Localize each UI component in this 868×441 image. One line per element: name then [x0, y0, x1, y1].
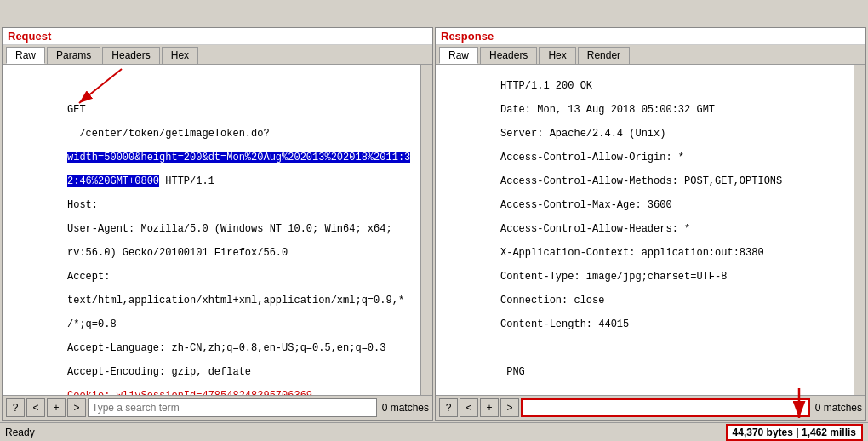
request-search-right[interactable]: > — [67, 398, 86, 417]
bytes-section: 44,370 bytes | 1,462 millis — [726, 424, 863, 441]
status-ready: Ready — [5, 427, 35, 438]
request-tab-bar: Raw Params Headers Hex — [3, 45, 432, 65]
status-bar: Ready 44,370 bytes | 1,462 millis — [0, 422, 868, 441]
response-scrollbar[interactable] — [854, 65, 865, 395]
resp-line-cl: Content-Length: 44015 — [500, 318, 629, 330]
request-content-wrapper: GET /center/token/getImageToken.do? widt… — [3, 65, 432, 395]
request-scrollbar[interactable] — [420, 65, 432, 395]
response-content-wrapper: HTTP/1.1 200 OK Date: Mon, 13 Aug 2018 0… — [436, 65, 865, 395]
request-search-input[interactable] — [88, 398, 377, 417]
resp-line-xac: X-Application-Context: application:out:8… — [500, 247, 764, 259]
response-tab-bar: Raw Headers Hex Render — [436, 45, 865, 65]
resp-line-acah: Access-Control-Allow-Headers: * — [500, 223, 690, 235]
resp-line-date: Date: Mon, 13 Aug 2018 05:00:32 GMT — [500, 104, 715, 116]
request-tab-params[interactable]: Params — [47, 47, 100, 64]
response-search-bar: ? < + > 0 matches — [436, 395, 865, 420]
request-tab-raw[interactable]: Raw — [6, 47, 45, 64]
response-title: Response — [436, 28, 865, 45]
resp-line-acmax: Access-Control-Max-Age: 3600 — [500, 199, 672, 211]
top-bar — [0, 0, 868, 26]
request-content-area[interactable]: GET /center/token/getImageToken.do? widt… — [3, 65, 420, 395]
req-line-get: GET — [67, 104, 86, 116]
req-line-http: HTTP/1.1 — [159, 175, 214, 187]
response-content-area[interactable]: HTTP/1.1 200 OK Date: Mon, 13 Aug 2018 0… — [436, 65, 854, 395]
request-search-question[interactable]: ? — [6, 398, 25, 417]
req-line-url: /center/token/getImageToken.do? — [67, 128, 270, 140]
req-line-accept-val2: /*;q=0.8 — [67, 318, 117, 330]
request-panel: Request Raw Params Headers Hex — [2, 27, 433, 421]
req-line-accept-lang: Accept-Language: zh-CN,zh;q=0.8,en-US;q=… — [67, 342, 385, 354]
main-container: Request Raw Params Headers Hex — [0, 0, 868, 441]
resp-line-png: PNG — [500, 366, 525, 378]
response-search-right[interactable]: > — [500, 398, 519, 417]
req-line-params2: 2:46%20GMT+0800 — [67, 175, 159, 187]
req-line-host: Host: — [67, 199, 98, 211]
req-line-cookie: Cookie: wljySessionId=478548248395706369 — [67, 390, 312, 395]
response-tab-headers[interactable]: Headers — [480, 47, 537, 64]
response-tab-render[interactable]: Render — [578, 47, 630, 64]
request-title: Request — [3, 28, 432, 45]
response-tab-raw[interactable]: Raw — [439, 47, 478, 64]
response-tab-hex[interactable]: Hex — [539, 47, 575, 64]
req-line-accept-enc: Accept-Encoding: gzip, deflate — [67, 366, 251, 378]
panels-wrapper: Request Raw Params Headers Hex — [0, 26, 868, 422]
resp-line-server: Server: Apache/2.4.4 (Unix) — [500, 128, 665, 140]
svg-line-1 — [79, 69, 122, 103]
bytes-badge: 44,370 bytes | 1,462 millis — [726, 424, 863, 441]
request-search-left[interactable]: < — [26, 398, 45, 417]
resp-line-status: HTTP/1.1 200 OK — [500, 80, 592, 92]
request-tab-headers[interactable]: Headers — [102, 47, 159, 64]
response-search-question[interactable]: ? — [439, 398, 458, 417]
resp-line-acao: Access-Control-Allow-Origin: * — [500, 152, 684, 163]
response-search-left[interactable]: < — [460, 398, 478, 417]
response-search-input[interactable] — [521, 398, 810, 417]
req-line-ua2: rv:56.0) Gecko/20100101 Firefox/56.0 — [67, 247, 288, 259]
req-line-params1: width=50000&height=200&dt=Mon%20Aug%2020… — [67, 152, 410, 163]
request-search-plus[interactable]: + — [47, 398, 66, 417]
response-search-plus[interactable]: + — [480, 398, 499, 417]
req-line-accept-val1: text/html,application/xhtml+xml,applicat… — [67, 295, 404, 306]
request-search-matches: 0 matches — [382, 402, 429, 414]
resp-line-ct: Content-Type: image/jpg;charset=UTF-8 — [500, 271, 727, 283]
request-tab-hex[interactable]: Hex — [162, 47, 198, 64]
request-search-bar: ? < + > 0 matches — [3, 395, 432, 420]
response-search-matches: 0 matches — [815, 402, 862, 414]
response-panel: Response Raw Headers Hex Render HTTP/1.1… — [435, 27, 866, 421]
req-line-accept-label: Accept: — [67, 271, 110, 283]
req-line-ua1: User-Agent: Mozilla/5.0 (Windows NT 10.0… — [67, 223, 392, 235]
resp-line-acam: Access-Control-Allow-Methods: POST,GET,O… — [500, 175, 782, 187]
resp-line-conn: Connection: close — [500, 295, 604, 306]
